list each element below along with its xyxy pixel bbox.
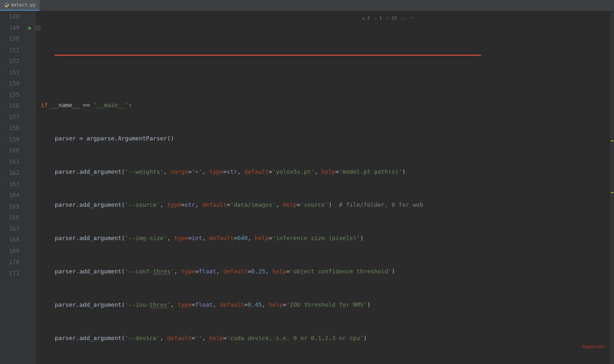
line-number-gutter: 1481491501511521531541551561571581591601… [0,11,25,364]
line-number: 168 [0,234,25,246]
code-line[interactable]: parser.add_argument('--device', default=… [41,333,423,344]
code-line[interactable]: parser.add_argument('--iou-thres', type=… [41,299,423,311]
code-line[interactable]: parser.add_argument('--weights', nargs='… [41,166,423,178]
line-number: 160 [0,145,25,156]
chevron-down-icon[interactable]: ﹀ [410,14,414,22]
line-number: 153 [0,67,25,78]
line-number: 150 [0,33,25,45]
line-number: 171 [0,268,25,279]
line-number: 161 [0,156,25,168]
line-number: 155 [0,89,25,101]
annotation-underline [55,55,481,56]
code-line[interactable]: parser.add_argument('--img-size', type=i… [41,233,423,244]
editor-tab-bar: detect.py [0,0,614,11]
line-number: 148 [0,11,25,22]
code-line[interactable]: parser = argparse.ArgumentParser() [41,133,423,144]
line-number: 162 [0,167,25,179]
line-number: 151 [0,45,25,56]
inspections-widget[interactable]: ⚠ 2 ⚠ 1 ✓ 22 ︿ ﹀ [360,14,416,23]
svg-point-1 [7,6,7,7]
watermark-text: Yuucn.com [582,342,604,351]
line-number: 156 [0,100,25,112]
line-number: 157 [0,112,25,123]
typo-icon: ✓ [386,16,389,20]
error-stripe[interactable] [610,11,614,364]
code-line[interactable]: if __name__ == '__main__': [41,100,423,111]
line-number: 159 [0,134,25,145]
line-number: 152 [0,56,25,67]
tab-filename: detect.py [11,1,36,9]
line-number: 166 [0,212,25,223]
fold-gutter: − [35,11,41,364]
line-number: 149 [0,22,25,34]
python-file-icon [4,2,9,7]
line-number: 158 [0,123,25,134]
code-editor[interactable]: 1481491501511521531541551561571581591601… [0,11,614,364]
stripe-marker[interactable] [611,140,613,141]
run-gutter: ▶ [25,11,35,364]
line-number: 165 [0,201,25,212]
code-line[interactable]: parser.add_argument('--conf-thres', type… [41,266,423,277]
fold-icon[interactable]: − [36,26,40,30]
warning-icon: ⚠ [362,16,365,20]
weak-warning-icon: ⚠ [374,16,377,20]
run-gutter-icon[interactable]: ▶ [25,22,35,34]
file-tab-active[interactable]: detect.py [0,0,39,11]
line-number: 154 [0,78,25,89]
run-icon: ▶ [28,22,32,33]
code-line[interactable]: parser.add_argument('--source', type=str… [41,199,423,211]
code-line[interactable] [41,66,423,78]
line-number: 163 [0,179,25,190]
stripe-marker[interactable] [611,192,613,193]
line-number: 167 [0,223,25,235]
svg-point-0 [6,3,6,3]
line-number: 164 [0,190,25,201]
line-number: 170 [0,257,25,268]
line-number: 169 [0,246,25,257]
code-area[interactable]: ⚠ 2 ⚠ 1 ✓ 22 ︿ ﹀ if __name__ == '__main_… [41,11,423,364]
chevron-up-icon[interactable]: ︿ [401,14,405,22]
